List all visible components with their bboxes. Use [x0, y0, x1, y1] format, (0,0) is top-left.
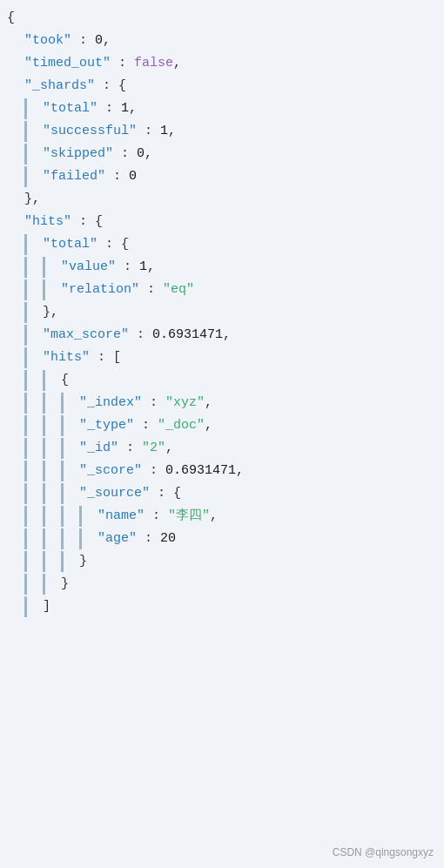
code-line-7: "skipped" : 0 , [7, 143, 444, 165]
indent-bar-4 [79, 506, 82, 527]
code-line-22: "_source" : { [7, 482, 444, 505]
value-relation: "eq" [163, 279, 194, 300]
indent-bar-2 [43, 506, 45, 527]
indent-bar-1 [24, 415, 27, 436]
key-shards: "_shards" [24, 76, 95, 97]
indent-bar-2 [43, 393, 45, 414]
code-line-19: "_type" : "_doc" , [7, 414, 444, 437]
code-line-11: "total" : { [7, 233, 444, 256]
code-line-15: "max_score" : 0.6931471 , [7, 324, 444, 347]
indent-bar-1 [24, 461, 27, 481]
code-line-24: "age" : 20 [7, 528, 444, 550]
key-source: "_source" [79, 483, 150, 504]
key-skipped: "skipped" [43, 144, 113, 165]
value-index: "xyz" [165, 393, 205, 414]
indent-bar-2 [43, 370, 45, 391]
code-line-1: { [7, 7, 444, 30]
code-line-27: ] [7, 595, 444, 618]
indent-bar-1 [24, 393, 27, 414]
indent-bar-2 [43, 461, 45, 481]
code-line-6: "successful" : 1 , [7, 120, 444, 143]
code-line-26: } [7, 573, 444, 595]
indent-bar-3 [61, 393, 64, 414]
value-total-shards: 1 [121, 98, 129, 119]
indent-bar-2 [43, 257, 45, 278]
indent-bar-3 [61, 483, 64, 504]
code-line-17: { [7, 369, 444, 392]
code-line-18: "_index" : "xyz" , [7, 392, 444, 414]
value-took: 0 [95, 30, 103, 51]
key-total-hits: "total" [43, 234, 98, 255]
value-id: "2" [142, 438, 165, 459]
code-line-4: "_shards" : { [7, 75, 444, 98]
key-hits-inner: "hits" [43, 347, 90, 368]
code-line-23: "name" : "李四" , [7, 505, 444, 528]
key-score: "_score" [79, 461, 142, 481]
code-line-2: "took" : 0 , [7, 30, 444, 52]
watermark: CSDN @qingsongxyz [333, 844, 434, 861]
code-line-21: "_score" : 0.6931471 , [7, 460, 444, 482]
indent-bar-3 [61, 551, 64, 572]
code-line-12: "value" : 1 , [7, 256, 444, 279]
indent-bar-2 [43, 551, 45, 572]
key-max-score: "max_score" [43, 325, 129, 346]
code-line-8: "failed" : 0 [7, 165, 444, 188]
code-line-10: "hits" : { [7, 211, 444, 233]
indent-bar-2 [43, 279, 45, 300]
indent-bar-2 [43, 574, 45, 595]
indent-bar-1 [24, 438, 27, 459]
code-line-25: } [7, 550, 444, 573]
indent-bar [24, 325, 27, 346]
value-age: 20 [160, 528, 176, 549]
value-value: 1 [139, 257, 147, 278]
value-max-score: 0.6931471 [152, 325, 223, 346]
value-successful: 1 [160, 121, 168, 142]
indent-bar [24, 596, 27, 617]
indent-bar [24, 144, 27, 165]
indent-bar-4 [79, 528, 82, 549]
indent-bar [24, 121, 27, 142]
value-type: "_doc" [158, 415, 205, 436]
code-line-20: "_id" : "2" , [7, 437, 444, 460]
indent-bar-1 [24, 506, 27, 527]
indent-bar-2 [43, 483, 45, 504]
key-value: "value" [61, 257, 116, 278]
indent-bar-2 [43, 528, 45, 549]
value-timed-out: false [134, 53, 173, 74]
indent-bar-1 [24, 279, 27, 300]
indent-bar-2 [43, 415, 45, 436]
indent-bar-3 [61, 506, 64, 527]
punctuation: { [7, 8, 15, 29]
indent-bar [24, 234, 27, 255]
key-relation: "relation" [61, 279, 139, 300]
code-line-14: }, [7, 301, 444, 324]
indent-bar-3 [61, 415, 64, 436]
key-failed: "failed" [43, 166, 105, 187]
indent-bar-3 [61, 461, 64, 481]
value-skipped: 0 [137, 144, 145, 165]
code-viewer: { "took" : 0 , "timed_out" : false , "_s… [0, 0, 444, 868]
indent-bar-2 [43, 438, 45, 459]
key-index: "_index" [79, 393, 142, 414]
key-id: "_id" [79, 438, 118, 459]
indent-bar [24, 166, 27, 187]
code-line-16: "hits" : [ [7, 347, 444, 369]
code-line-13: "relation" : "eq" [7, 279, 444, 301]
key-age: "age" [98, 528, 137, 549]
indent-bar-3 [61, 438, 64, 459]
key-name: "name" [98, 506, 145, 527]
key-timed-out: "timed_out" [24, 53, 111, 74]
key-hits-outer: "hits" [24, 212, 71, 232]
code-line-3: "timed_out" : false , [7, 52, 444, 75]
key-took: "took" [24, 30, 71, 51]
indent-bar-3 [61, 528, 64, 549]
indent-bar-1 [24, 528, 27, 549]
code-line-5: "total" : 1 , [7, 98, 444, 120]
indent-bar [24, 347, 27, 368]
indent-bar [24, 302, 27, 323]
indent-bar-1 [24, 370, 27, 391]
value-name: "李四" [168, 506, 210, 527]
key-type: "_type" [79, 415, 134, 436]
key-total-shards: "total" [43, 98, 98, 119]
key-successful: "successful" [43, 121, 137, 142]
